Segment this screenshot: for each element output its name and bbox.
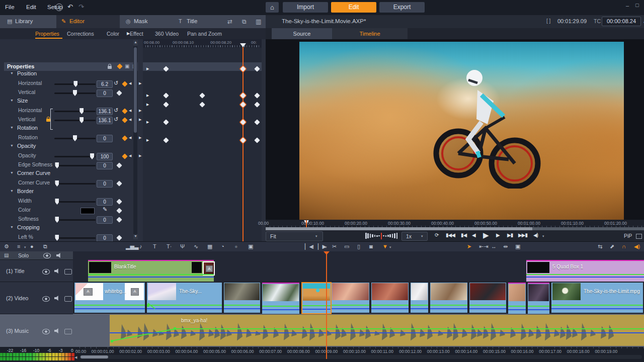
menu-file[interactable]: File (5, 4, 15, 10)
create-song-icon[interactable]: ♪ (139, 244, 142, 249)
video-clip-opacity-line[interactable] (508, 306, 526, 307)
next-keyframe-size-vertical[interactable]: ▶ (139, 118, 141, 122)
next-keyframe-position-horizontal[interactable]: ▶ (139, 81, 141, 85)
video-clip-volume-line[interactable] (551, 308, 643, 309)
video-clip-opacity-line[interactable] (430, 305, 467, 306)
keyframe-toggle-rotation-rotation[interactable] (122, 135, 127, 141)
fade-in-node[interactable] (147, 304, 149, 307)
swap-panel-icon[interactable]: ⇄ (227, 18, 232, 25)
play-button[interactable]: ▶ (483, 231, 489, 240)
track-options-icon[interactable]: ≡ (17, 244, 20, 249)
prev-keyframe-size-vertical[interactable]: ◀ (129, 118, 131, 122)
slider-track-size-horizontal[interactable] (54, 111, 96, 112)
keyframe-size-vertical[interactable] (240, 102, 246, 107)
select-mode-icon[interactable]: ➤ (467, 244, 471, 249)
go-to-start-button[interactable]: ▮◀◀ (446, 232, 455, 238)
subtab-effect[interactable]: Effect (130, 31, 143, 37)
slider-thumb-opacity-edge-softness[interactable] (55, 162, 59, 168)
keyframe-toggle-corner-curve-corner-curve[interactable] (116, 180, 122, 186)
value-box-opacity-edge-softness[interactable]: 0 (97, 162, 113, 169)
value-box-size-vertical[interactable]: 136.1 (97, 117, 113, 124)
tab-source[interactable]: Source (272, 28, 332, 39)
keyframe-opacity[interactable] (163, 137, 169, 143)
copy-panel-icon[interactable]: ⧉ (242, 18, 247, 25)
value-box-size-horizontal[interactable]: 136.1 (97, 108, 113, 115)
video-clip[interactable] (262, 283, 299, 314)
video-clip-opacity-line[interactable] (74, 305, 145, 306)
keyframe-size-vertical[interactable] (254, 102, 260, 107)
subtab-360-video[interactable]: 360 Video (155, 31, 179, 37)
video-clip[interactable] (528, 283, 549, 314)
tab-mask[interactable]: ◎Mask (121, 15, 173, 28)
video-clip-volume-line[interactable] (262, 309, 299, 310)
jog-bar[interactable] (394, 233, 395, 238)
video-clip-volume-line[interactable] (332, 308, 369, 309)
color-swatch[interactable] (80, 208, 95, 214)
timeline-scroll-left-button[interactable]: ◀ (74, 355, 77, 359)
keyframe-toggle-opacity-edge-softness[interactable] (116, 162, 122, 168)
keyframe-toggle-border-softness[interactable] (116, 217, 122, 222)
jog-bar[interactable] (387, 235, 389, 237)
marker-icon-caret[interactable]: ▾ (389, 245, 391, 249)
video-clip-opacity-line[interactable] (332, 305, 369, 306)
value-box-border-softness[interactable]: 0 (97, 216, 113, 224)
menu-edit[interactable]: Edit (26, 4, 36, 10)
split-clip-icon[interactable]: ✂ (332, 244, 337, 249)
value-box-corner-curve-corner-curve[interactable]: 0 (97, 180, 113, 188)
image-icon[interactable]: ▣ (125, 63, 129, 69)
track-header-3[interactable]: (3) Music (0, 314, 73, 348)
closed-gap-mode-icon[interactable]: ▣ (515, 244, 520, 249)
prev-keyframe-rotation-rotation[interactable]: ◀ (129, 136, 131, 140)
reset-button-position-horizontal[interactable]: ↺ (114, 80, 118, 86)
track-eye-icon[interactable] (42, 296, 50, 302)
keyframe-toggle-opacity-opacity[interactable] (122, 153, 127, 159)
export-button[interactable]: Export (379, 2, 425, 13)
title-clip[interactable]: BlankTitleA (88, 260, 214, 282)
subtab-color[interactable]: Color (107, 31, 119, 37)
voiceover-icon[interactable]: Ψ (180, 244, 185, 249)
snapshot-frame-icon[interactable]: ◙ (369, 244, 373, 249)
jog-bar[interactable] (392, 234, 393, 238)
jog-bar[interactable] (374, 235, 376, 237)
jog-bar[interactable] (389, 234, 391, 237)
title-clip-selected-segment[interactable]: A (203, 261, 215, 276)
fit-select[interactable]: Fit▾ (266, 231, 323, 241)
timeline-scrollbar[interactable] (79, 355, 642, 359)
disabled-tool-icon[interactable]: ● (234, 244, 238, 249)
jog-bar[interactable] (378, 235, 380, 236)
title-clip[interactable]: 5 Quad Box 1 (526, 260, 644, 282)
multicam-icon[interactable]: ▦ (207, 244, 212, 249)
value-box-position-vertical[interactable]: 0 (97, 89, 113, 97)
props-scrollbar-thumb[interactable] (134, 47, 137, 133)
prev-keyframe-size-horizontal[interactable]: ◀ (129, 109, 131, 113)
music-clip[interactable]: bmx_ya-ha! (110, 315, 644, 346)
keyframe-opacity[interactable] (240, 137, 246, 143)
section-position[interactable]: ▼ (10, 71, 14, 75)
import-button[interactable]: Import (283, 2, 328, 13)
keyframe-toggle-size-horizontal[interactable] (122, 108, 127, 114)
keyframe-size-vertical[interactable] (199, 102, 205, 107)
jog-bar[interactable] (365, 233, 367, 239)
keyframe-toggle-position-horizontal[interactable] (122, 81, 127, 86)
delete-clip-icon[interactable]: ▯ (357, 244, 360, 249)
video-clip-volume-line[interactable] (224, 308, 260, 309)
jog-bar[interactable] (367, 233, 369, 238)
value-box-cropping-left--[interactable]: 0 (97, 234, 113, 242)
loop-playback-button[interactable]: ⟳ (435, 232, 438, 238)
subtab-pan-and-zoom[interactable]: Pan and Zoom (187, 31, 222, 37)
keyframe-size-horizontal[interactable] (254, 93, 260, 98)
slider-thumb-position-vertical[interactable] (73, 90, 77, 96)
video-clip-volume-line[interactable] (147, 308, 222, 309)
keyframe-toggle-border-width[interactable] (116, 199, 122, 204)
scorefitter-icon[interactable]: ∿ (194, 244, 198, 249)
undo-icon[interactable]: ↶ (67, 3, 73, 11)
track-speaker-icon[interactable] (54, 328, 60, 333)
snapshot-icon[interactable]: ▣ (248, 244, 253, 249)
next-marker-button[interactable]: ▶▮ (507, 232, 513, 238)
slider-thumb-border-width[interactable] (55, 199, 59, 205)
jog-shuttle-control[interactable] (365, 232, 398, 240)
value-box-rotation-rotation[interactable]: 0 (97, 135, 113, 142)
trim-out-icon-caret[interactable]: ▾ (325, 245, 327, 249)
slider-thumb-corner-curve-corner-curve[interactable] (55, 180, 59, 187)
minimize-icon[interactable]: – (626, 3, 629, 9)
